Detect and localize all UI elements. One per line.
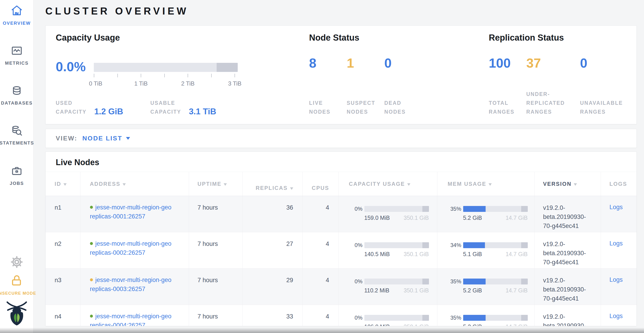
sort-arrow-icon: [224, 183, 227, 186]
view-label: VIEW:: [56, 135, 77, 142]
node-id: n2: [46, 232, 80, 269]
node-replicas: 36: [242, 196, 302, 232]
node-status-dot: [90, 242, 93, 245]
dead-nodes-label: DEAD NODES: [384, 99, 416, 116]
table-row: n1 jesse-movr-multi-region-georeplicas-0…: [46, 196, 637, 232]
usable-capacity-stat: USABLE CAPACITY 3.1 TiB: [150, 99, 216, 116]
view-dropdown-value: NODE LIST: [82, 135, 122, 142]
sidebar: OVERVIEW METRICS DATABASES: [0, 0, 34, 333]
capacity-bar-other-segment: [217, 63, 238, 72]
total-ranges-stat: 100 TOTAL RANGES: [489, 57, 526, 116]
sidebar-item-label: JOBS: [10, 181, 24, 186]
unavailable-ranges-stat: 0 UNAVAILABLE RANGES: [580, 57, 626, 116]
node-logs-cell: Logs: [601, 196, 637, 232]
sidebar-item-metrics[interactable]: METRICS: [0, 45, 34, 66]
memory-meter: [463, 315, 528, 321]
gear-icon: [10, 255, 24, 269]
main-content: CLUSTER OVERVIEW Capacity Usage 0.0%: [34, 6, 644, 326]
node-status-title: Node Status: [309, 33, 489, 42]
node-version: v19.2.0-beta.20190930-70-g445ec41: [534, 305, 601, 326]
sidebar-item-label: METRICS: [5, 61, 28, 66]
memory-meter: [463, 278, 528, 284]
view-dropdown[interactable]: NODE LIST: [82, 135, 130, 142]
dead-nodes-value: 0: [384, 57, 416, 70]
node-uptime: 7 hours: [189, 305, 242, 326]
sidebar-item-jobs[interactable]: JOBS: [0, 165, 34, 186]
live-nodes-stat: 8 LIVE NODES: [309, 57, 347, 116]
table-row: n4 jesse-movr-multi-region-georeplicas-0…: [46, 305, 637, 326]
under-replicated-ranges-value: 37: [526, 57, 580, 70]
view-selector-bar: VIEW: NODE LIST: [45, 129, 637, 148]
capacity-meter: [364, 315, 429, 321]
memory-meter: [463, 206, 528, 212]
sidebar-item-overview[interactable]: OVERVIEW: [0, 4, 34, 26]
cluster-summary-panel: Capacity Usage 0.0%: [45, 26, 637, 124]
live-nodes-value: 8: [309, 57, 347, 70]
column-header-logs: LOGS: [601, 172, 637, 196]
databases-icon: [10, 84, 23, 97]
suspect-nodes-label: SUSPECT NODES: [347, 99, 378, 116]
column-header-capacity-usage[interactable]: CAPACITY USAGE: [338, 172, 437, 196]
node-replicas: 29: [242, 269, 302, 305]
sort-arrow-icon: [290, 187, 293, 190]
statements-icon: [10, 124, 23, 137]
column-header-address[interactable]: ADDRESS: [80, 172, 189, 196]
node-cpus: 4: [302, 196, 338, 232]
capacity-usage-title: Capacity Usage: [56, 33, 309, 42]
node-address-link[interactable]: jesse-movr-multi-region-georeplicas-0003…: [90, 276, 172, 292]
node-memory-cell: 35% 5.2 GiB14.7 GiB: [437, 196, 534, 232]
under-replicated-ranges-stat: 37 UNDER-REPLICATED RANGES: [526, 57, 580, 116]
logs-link[interactable]: Logs: [610, 204, 623, 210]
capacity-meter: [364, 278, 429, 284]
used-capacity-value: 1.2 GiB: [94, 107, 123, 116]
open-lock-icon: [10, 273, 24, 288]
sidebar-item-databases[interactable]: DATABASES: [0, 84, 34, 106]
node-version: v19.2.0-beta.20190930-70-g445ec41: [534, 196, 601, 232]
sidebar-item-label: STATEMENTS: [0, 140, 34, 146]
node-address-cell: jesse-movr-multi-region-georeplicas-0001…: [80, 196, 189, 232]
logs-link[interactable]: Logs: [610, 240, 623, 247]
node-address-link[interactable]: jesse-movr-multi-region-georeplicas-0002…: [90, 240, 172, 256]
live-nodes-table: ID ADDRESS UPTIME REPLICAS CPUS CAPACITY…: [46, 172, 637, 326]
node-cpus: 4: [302, 269, 338, 305]
home-icon: [10, 4, 23, 17]
column-header-id[interactable]: ID: [46, 172, 80, 196]
memory-meter: [463, 242, 528, 248]
cockroachdb-bug-logo: [0, 299, 34, 327]
page-title: CLUSTER OVERVIEW: [45, 6, 637, 17]
node-status-section: Node Status 8 LIVE NODES 1 SUSPECT NODES…: [309, 33, 489, 116]
node-id: n3: [46, 269, 80, 305]
node-address-link[interactable]: jesse-movr-multi-region-georeplicas-0001…: [90, 204, 172, 220]
sidebar-settings[interactable]: [0, 255, 34, 269]
sort-arrow-icon: [122, 183, 126, 186]
node-uptime: 7 hours: [189, 269, 242, 305]
column-header-replicas[interactable]: REPLICAS: [242, 172, 302, 196]
node-address-cell: jesse-movr-multi-region-georeplicas-0004…: [80, 305, 189, 326]
suspect-nodes-value: 1: [347, 57, 384, 70]
node-memory-cell: 35% 5.2 GiB14.7 GiB: [437, 269, 534, 305]
live-nodes-title: Live Nodes: [46, 152, 636, 167]
used-capacity-label: USED CAPACITY: [56, 99, 90, 116]
node-address-link[interactable]: jesse-movr-multi-region-georeplicas-0004…: [90, 313, 172, 326]
under-replicated-ranges-label: UNDER-REPLICATED RANGES: [526, 90, 575, 116]
sort-arrow-icon: [64, 183, 66, 186]
node-logs-cell: Logs: [601, 232, 637, 269]
sort-arrow-icon: [574, 183, 577, 186]
capacity-gauge: 0.0%: [56, 57, 309, 87]
capacity-usage-section: Capacity Usage 0.0%: [56, 33, 309, 116]
insecure-mode-indicator: INSECURE MODE: [0, 273, 34, 296]
sidebar-item-statements[interactable]: STATEMENTS: [0, 124, 34, 146]
logs-link[interactable]: Logs: [610, 276, 623, 283]
node-logs-cell: Logs: [601, 269, 637, 305]
column-header-version[interactable]: VERSION: [534, 172, 601, 196]
logs-link[interactable]: Logs: [610, 312, 623, 319]
column-header-mem-usage[interactable]: MEM USAGE: [437, 172, 534, 196]
node-version: v19.2.0-beta.20190930-70-g445ec41: [534, 269, 601, 305]
table-row: n3 jesse-movr-multi-region-georeplicas-0…: [46, 269, 637, 305]
node-address-cell: jesse-movr-multi-region-georeplicas-0003…: [80, 269, 189, 305]
capacity-percent: 0.0%: [56, 60, 94, 87]
sort-arrow-icon: [407, 183, 410, 186]
unavailable-ranges-value: 0: [580, 57, 626, 70]
unavailable-ranges-label: UNAVAILABLE RANGES: [580, 99, 626, 116]
column-header-uptime[interactable]: UPTIME: [189, 172, 242, 196]
